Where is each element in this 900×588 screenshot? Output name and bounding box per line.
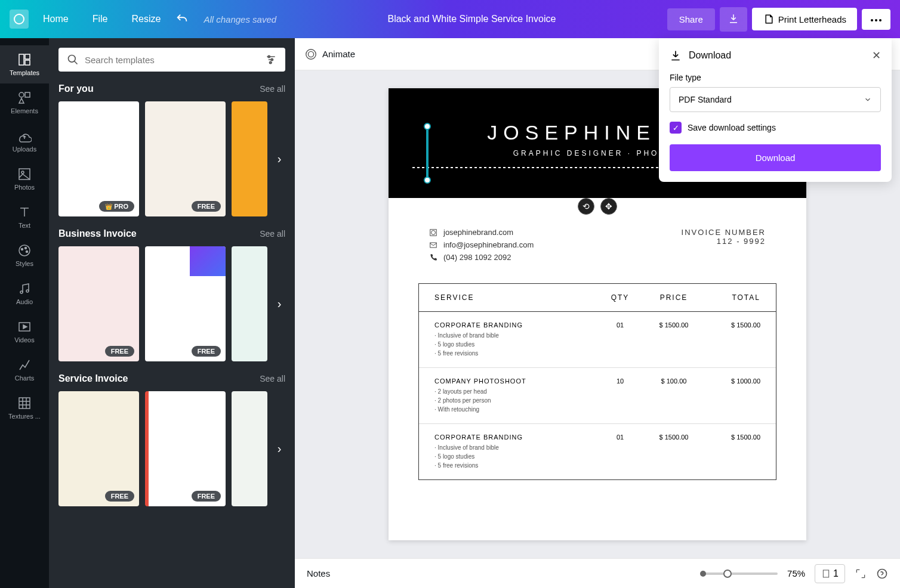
template-card[interactable]: FREE (145, 101, 226, 216)
filter-icon[interactable] (265, 54, 277, 66)
rail-elements[interactable]: Elements (0, 83, 49, 122)
photos-icon (17, 167, 32, 181)
elements-icon (17, 91, 32, 105)
next-templates[interactable]: › (271, 292, 288, 317)
next-templates[interactable]: › (271, 147, 288, 172)
logo-icon (13, 13, 25, 25)
page-number: 1 (833, 568, 839, 579)
rail-templates[interactable]: Templates (0, 45, 49, 83)
move-icon[interactable]: ✥ (600, 198, 617, 215)
save-settings-label: Save download settings (688, 123, 776, 132)
invoice-number-block: INVOICE NUMBER 112 - 9992 (682, 228, 766, 265)
search-icon (67, 54, 79, 66)
rail-label: Templates (10, 69, 39, 76)
rail-uploads[interactable]: Uploads (0, 122, 49, 160)
download-panel: Download ✕ File type PDF Standard ✓ Save… (659, 38, 892, 182)
svg-marker-9 (19, 98, 24, 103)
invoice-number-value: 112 - 9992 (682, 237, 766, 246)
rail-videos[interactable]: Videos (0, 312, 49, 351)
topbar: Home File Resize All changes saved Black… (0, 0, 900, 38)
download-topbar-button[interactable] (720, 7, 747, 32)
help-icon[interactable] (876, 568, 888, 580)
rail-label: Charts (15, 375, 34, 382)
collapse-sidebar[interactable]: ‹ (294, 283, 295, 342)
see-all-business[interactable]: See all (260, 229, 285, 239)
search-input[interactable] (85, 55, 259, 65)
svg-marker-19 (23, 325, 27, 329)
rail-textures[interactable]: Textures ... (0, 389, 49, 427)
svg-rect-29 (430, 242, 437, 247)
share-button[interactable]: Share (667, 8, 715, 30)
download-icon (670, 49, 682, 61)
svg-point-26 (308, 51, 313, 57)
bottom-bar: Notes 75% 1 (295, 558, 900, 588)
save-settings-checkbox[interactable]: ✓ Save download settings (670, 122, 881, 134)
expand-icon[interactable] (855, 568, 867, 580)
more-button[interactable] (862, 9, 890, 30)
zoom-value[interactable]: 75% (787, 568, 805, 578)
download-button[interactable]: Download (670, 144, 881, 171)
template-card[interactable]: FREE (58, 246, 139, 361)
document-title[interactable]: Black and White Simple Service Invoice (281, 14, 662, 24)
checkbox-checked-icon: ✓ (670, 122, 682, 134)
section-foryou: For you See all (58, 83, 285, 94)
zoom-slider[interactable] (700, 572, 778, 575)
undo-icon[interactable] (175, 12, 189, 26)
rail-photos[interactable]: Photos (0, 160, 49, 198)
pro-badge: PRO (99, 201, 134, 212)
selection-handle[interactable] (424, 123, 431, 130)
template-card[interactable]: PRO (58, 101, 139, 216)
template-card[interactable] (232, 246, 267, 361)
section-title: Business Invoice (58, 228, 137, 239)
template-card[interactable] (232, 101, 267, 216)
notes-button[interactable]: Notes (307, 568, 330, 578)
phone-icon (429, 253, 437, 262)
section-business: Business Invoice See all (58, 228, 285, 239)
see-all-service[interactable]: See all (260, 374, 285, 383)
zoom-min-icon (700, 571, 706, 577)
animate-icon (304, 48, 318, 61)
section-title: For you (58, 83, 94, 94)
svg-point-15 (26, 251, 28, 253)
template-card[interactable] (232, 391, 267, 506)
file-button[interactable]: File (83, 9, 118, 29)
svg-rect-8 (25, 92, 30, 97)
rail-text[interactable]: Text (0, 198, 49, 236)
free-badge: FREE (105, 491, 134, 502)
rail-styles[interactable]: Styles (0, 236, 49, 274)
animate-button[interactable]: Animate (304, 48, 355, 61)
website-line: josephinebrand.com (429, 228, 534, 237)
selection-handle[interactable] (424, 177, 431, 184)
free-badge: FREE (192, 491, 221, 502)
file-type-select[interactable]: PDF Standard (670, 87, 881, 112)
close-icon[interactable]: ✕ (872, 49, 881, 62)
svg-point-13 (21, 249, 23, 250)
resize-button[interactable]: Resize (122, 9, 170, 29)
sync-icon[interactable]: ⟲ (578, 198, 594, 215)
see-all-foryou[interactable]: See all (260, 84, 285, 94)
globe-icon (429, 228, 437, 237)
print-letterheads-button[interactable]: Print Letterheads (752, 8, 857, 30)
textures-icon (17, 396, 32, 410)
section-service: Service Invoice See all (58, 373, 285, 384)
svg-rect-4 (19, 54, 24, 65)
page-count-button[interactable]: 1 (815, 564, 845, 583)
template-card[interactable]: FREE (145, 246, 226, 361)
more-icon (870, 18, 882, 22)
template-card[interactable]: FREE (58, 391, 139, 506)
mail-icon (429, 241, 437, 249)
free-badge: FREE (192, 346, 221, 357)
canva-logo[interactable] (10, 10, 29, 29)
rail-charts[interactable]: Charts (0, 351, 49, 389)
svg-point-28 (431, 230, 436, 234)
home-button[interactable]: Home (33, 9, 78, 29)
template-card[interactable]: FREE (145, 391, 226, 506)
svg-rect-5 (25, 54, 30, 59)
zoom-thumb[interactable] (723, 570, 732, 578)
file-type-value: PDF Standard (679, 95, 732, 104)
search-templates[interactable] (58, 48, 285, 72)
rail-label: Videos (14, 336, 34, 343)
next-templates[interactable]: › (271, 437, 288, 462)
rail-audio[interactable]: Audio (0, 274, 49, 312)
phone-line: (04) 298 1092 2092 (429, 253, 534, 262)
